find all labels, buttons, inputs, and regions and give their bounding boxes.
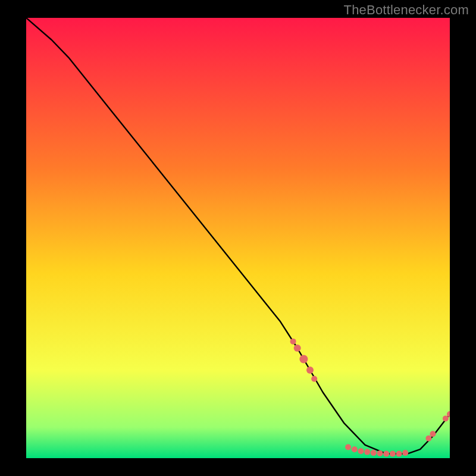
bottleneck-chart — [26, 18, 450, 458]
data-marker — [311, 376, 317, 382]
data-marker — [352, 446, 358, 452]
watermark-text: TheBottlenecker.com — [344, 2, 469, 18]
data-marker — [377, 450, 383, 456]
data-marker — [358, 448, 364, 454]
data-marker — [396, 451, 402, 457]
data-marker — [294, 345, 301, 352]
data-marker — [443, 415, 449, 421]
data-marker — [371, 450, 377, 456]
chart-frame: TheBottlenecker.com — [0, 0, 476, 476]
data-marker — [430, 431, 436, 437]
data-marker — [345, 444, 351, 450]
data-marker — [390, 451, 396, 457]
plot-area — [26, 18, 450, 458]
data-marker — [402, 450, 408, 456]
data-marker — [299, 355, 308, 364]
data-marker — [425, 436, 431, 441]
data-marker — [306, 367, 314, 374]
data-marker — [383, 451, 389, 457]
data-marker — [290, 339, 296, 345]
data-marker — [364, 449, 370, 455]
